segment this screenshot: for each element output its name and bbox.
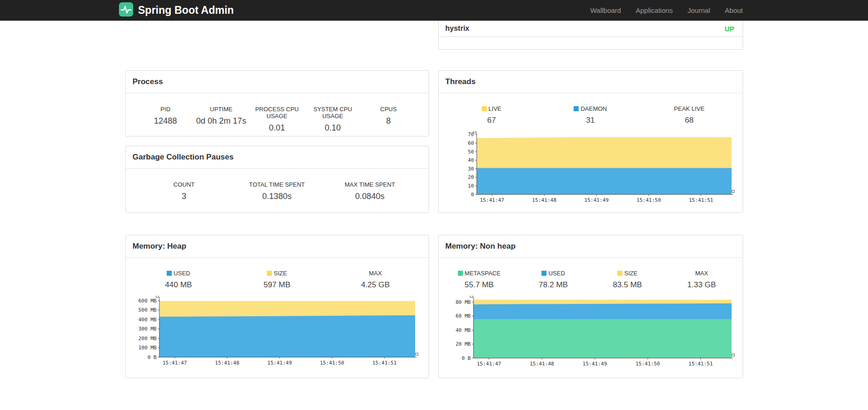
svg-text:10: 10 [468,183,473,189]
svg-text:0: 0 [471,192,474,198]
stat-value: 3 [138,192,231,201]
legend-daemon: DAEMON 31 [541,105,640,125]
stat-uptime: UPTIME 0d 0h 2m 17s [193,106,249,133]
svg-text:0 B: 0 B [462,355,471,361]
svg-text:20: 20 [468,174,473,180]
stat-gc-count: COUNT 3 [138,181,231,201]
page-content: hystrix UP Process PID 12488 UPTIME 0d 0… [125,21,743,378]
threads-chart: 01020304050607015:41:4715:41:4815:41:491… [439,131,741,205]
legend-label: SIZE [591,270,665,277]
legend-metaspace: METASPACE 55.7 MB [442,270,517,290]
top-navbar: Spring Boot Admin Wallboard Applications… [0,0,868,21]
legend-max: MAX 4.25 GB [326,270,424,290]
threads-legend: LIVE 67 DAEMON 31 PEAK LIVE [439,93,743,125]
legend-value: 31 [541,116,640,125]
application-row-hystrix[interactable]: hystrix UP [439,21,743,37]
svg-text:400 MB: 400 MB [138,317,157,323]
svg-text:15:41:47: 15:41:47 [477,361,501,367]
nav-links: Wallboard Applications Journal About [590,6,743,14]
stat-process-cpu-usage: PROCESS CPU USAGE 0.01 [249,106,304,133]
legend-value: 68 [640,116,738,125]
svg-text:15:41:49: 15:41:49 [584,197,609,203]
legend-label: USED [130,270,228,277]
svg-text:0 B: 0 B [147,354,157,360]
memory-heap-legend: USED 440 MB SIZE 597 MB MAX [126,258,428,290]
applications-panel: hystrix UP [438,21,743,50]
svg-text:500 MB: 500 MB [138,307,157,313]
application-name[interactable]: hystrix [445,24,469,33]
legend-label: USED [516,270,591,277]
size-swatch-icon [267,271,272,276]
svg-text:30: 30 [468,166,473,172]
legend-peak-live: PEAK LIVE 68 [640,105,738,125]
svg-text:15:41:51: 15:41:51 [688,197,713,203]
brand-title: Spring Boot Admin [138,4,234,17]
stat-value: 0.1380s [231,192,323,201]
legend-value: 67 [442,116,541,125]
daemon-swatch-icon [574,106,579,111]
stat-label: MAX TIME SPENT [323,181,416,188]
stat-gc-max-time: MAX TIME SPENT 0.0840s [323,181,416,201]
svg-text:15:41:48: 15:41:48 [215,360,239,366]
nav-item-applications[interactable]: Applications [636,6,673,14]
stat-system-cpu-usage: SYSTEM CPU USAGE 0.10 [305,106,361,133]
legend-label: SIZE [228,270,326,277]
svg-text:15:41:49: 15:41:49 [582,361,607,367]
legend-value: 440 MB [130,280,228,290]
memory-nonheap-legend: METASPACE 55.7 MB USED 78.2 MB SIZE [439,258,743,290]
nav-item-journal[interactable]: Journal [688,6,710,14]
legend-label: MAX [326,270,424,277]
brand[interactable]: Spring Boot Admin [119,2,234,18]
threads-panel-title: Threads [439,71,743,93]
svg-text:15:41:47: 15:41:47 [162,360,186,366]
live-swatch-icon [482,106,487,111]
stat-label: PID [138,106,193,113]
stat-value: 0.10 [305,123,361,133]
memory-nonheap-chart: 0 B20 MB40 MB60 MB80 MB15:41:4715:41:481… [439,296,741,368]
gc-panel-title: Garbage Collection Pauses [126,146,428,169]
memory-nonheap-panel-title: Memory: Non heap [439,235,743,258]
svg-text:15:41:51: 15:41:51 [688,361,713,367]
used-swatch-icon [541,271,547,276]
svg-text:100 MB: 100 MB [138,345,157,351]
legend-label: LIVE [442,105,541,112]
svg-text:70: 70 [468,131,473,137]
svg-text:15:41:49: 15:41:49 [267,360,292,366]
svg-text:40: 40 [468,157,473,163]
navbar-inner: Spring Boot Admin Wallboard Applications… [125,0,743,21]
svg-text:20 MB: 20 MB [455,341,470,347]
spring-boot-admin-logo-icon [119,2,133,18]
process-panel-title: Process [126,71,428,93]
stat-value: 8 [361,116,416,126]
process-stats: PID 12488 UPTIME 0d 0h 2m 17s PROCESS CP… [126,93,428,133]
stat-label: PROCESS CPU USAGE [249,106,304,120]
legend-max: MAX 1.33 GB [665,270,739,290]
stat-cpus: CPUS 8 [361,106,416,133]
nav-item-about[interactable]: About [725,6,743,14]
svg-text:15:41:50: 15:41:50 [635,361,659,367]
svg-text:50: 50 [468,149,473,155]
legend-live: LIVE 67 [442,105,541,125]
legend-size: SIZE 83.5 MB [591,270,665,290]
svg-text:80 MB: 80 MB [455,299,470,305]
top-row-spacer [125,21,429,50]
stat-value: 12488 [138,116,193,126]
memory-heap-chart: 0 B100 MB200 MB300 MB400 MB500 MB600 MB1… [126,296,428,368]
legend-value: 55.7 MB [442,280,517,290]
nav-item-wallboard[interactable]: Wallboard [590,6,621,14]
size-swatch-icon [617,271,622,276]
legend-value: 83.5 MB [591,280,665,290]
svg-text:60: 60 [468,140,473,146]
legend-size: SIZE 597 MB [228,270,326,290]
svg-text:15:41:48: 15:41:48 [530,361,554,367]
svg-text:60 MB: 60 MB [455,313,470,319]
legend-used: USED 440 MB [130,270,228,290]
legend-value: 4.25 GB [326,280,424,290]
process-panel: Process PID 12488 UPTIME 0d 0h 2m 17s PR… [125,70,429,137]
threads-panel: Threads LIVE 67 DAEMON 31 [438,70,743,213]
stat-value: 0.01 [249,123,304,133]
svg-text:15:41:50: 15:41:50 [637,197,661,203]
main-nav: Wallboard Applications Journal About [590,6,743,14]
stat-gc-total-time: TOTAL TIME SPENT 0.1380s [231,181,323,201]
svg-text:600 MB: 600 MB [138,298,157,304]
